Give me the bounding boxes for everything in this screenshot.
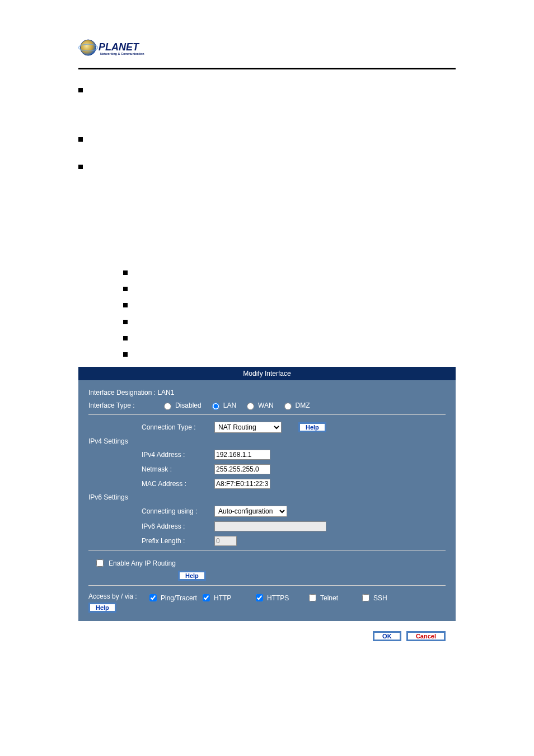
- bullet-icon: [123, 320, 128, 324]
- ipv4-section-title: IPv4 Settings: [88, 437, 446, 445]
- mac-address-input[interactable]: [214, 479, 270, 489]
- help-button-conntype[interactable]: Help: [298, 422, 326, 432]
- modify-interface-panel: Modify Interface Interface Designation :…: [78, 367, 456, 621]
- svg-text:Networking & Communication: Networking & Communication: [100, 52, 144, 55]
- connection-type-select[interactable]: NAT Routing: [214, 422, 282, 433]
- access-telnet-label: Telnet: [320, 594, 338, 602]
- cancel-button[interactable]: Cancel: [406, 631, 446, 641]
- enable-anyip-label: Enable Any IP Routing: [109, 559, 176, 567]
- access-telnet-checkbox[interactable]: [309, 594, 316, 601]
- bullet-icon: [123, 270, 128, 275]
- radio-wan[interactable]: [247, 403, 254, 410]
- radio-disabled[interactable]: [164, 403, 171, 410]
- prefix-length-input: [214, 536, 237, 546]
- access-ping-checkbox[interactable]: [149, 594, 157, 601]
- interface-type-label: Interface Type :: [88, 402, 161, 409]
- interface-designation-label: Interface Designation : LAN1: [88, 389, 174, 396]
- bullet-icon: [123, 303, 128, 307]
- divider: [88, 414, 446, 415]
- prefix-length-label: Prefix Length :: [142, 537, 214, 545]
- connecting-using-label: Connecting using :: [142, 507, 214, 515]
- access-by-label: Access by / via :: [88, 592, 142, 600]
- divider: [88, 585, 446, 586]
- access-ping-label: Ping/Tracert: [161, 594, 197, 602]
- logo-area: PLANET Networking & Communication: [0, 0, 534, 68]
- radio-disabled-label: Disabled: [175, 402, 202, 409]
- access-https-label: HTTPS: [267, 594, 289, 602]
- radio-dmz[interactable]: [284, 403, 292, 410]
- connection-type-label: Connection Type :: [142, 423, 214, 431]
- bullet-icon: [78, 165, 83, 169]
- help-button-access[interactable]: Help: [88, 603, 116, 613]
- access-http-label: HTTP: [214, 594, 231, 602]
- access-ssh-label: SSH: [373, 594, 387, 602]
- bullet-text-3: [88, 163, 456, 174]
- ipv6-address-label: IPv6 Address :: [142, 522, 214, 530]
- enable-anyip-checkbox[interactable]: [96, 559, 104, 567]
- access-ssh-checkbox[interactable]: [362, 594, 369, 601]
- ipv6-address-input: [214, 521, 326, 531]
- svg-text:PLANET: PLANET: [99, 41, 140, 53]
- panel-title: Modify Interface: [78, 367, 456, 380]
- connecting-using-select[interactable]: Auto-configuration: [214, 506, 287, 517]
- netmask-input[interactable]: [214, 464, 270, 474]
- ipv4-address-input[interactable]: [214, 450, 270, 460]
- access-https-checkbox[interactable]: [256, 594, 263, 601]
- netmask-label: Netmask :: [142, 465, 214, 473]
- bullet-text-2: [88, 136, 456, 146]
- access-http-checkbox[interactable]: [203, 594, 210, 601]
- bullet-icon: [123, 287, 128, 291]
- bullet-content: [0, 69, 534, 361]
- bullet-icon: [78, 88, 83, 92]
- radio-lan-label: LAN: [223, 402, 236, 409]
- radio-dmz-label: DMZ: [296, 402, 310, 409]
- divider: [88, 550, 446, 551]
- bullet-icon: [78, 137, 83, 142]
- radio-wan-label: WAN: [258, 402, 274, 409]
- bullet-icon: [123, 352, 128, 357]
- radio-lan[interactable]: [212, 403, 219, 410]
- bullet-icon: [123, 336, 128, 340]
- mac-address-label: MAC Address :: [142, 480, 214, 488]
- ok-button[interactable]: OK: [373, 631, 401, 641]
- ipv4-address-label: IPv4 Address :: [142, 451, 214, 459]
- help-button-anyip[interactable]: Help: [178, 571, 206, 581]
- bullet-text-1: [88, 86, 456, 119]
- planet-logo: PLANET Networking & Communication: [78, 34, 162, 62]
- ipv6-section-title: IPv6 Settings: [88, 493, 446, 501]
- svg-point-0: [81, 40, 96, 55]
